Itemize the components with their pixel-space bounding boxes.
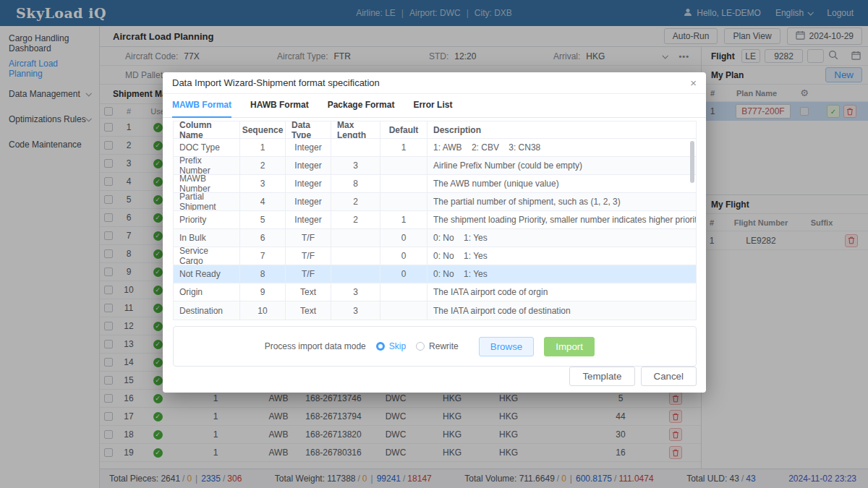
tab-error-list[interactable]: Error List [413,100,452,118]
spec-row[interactable]: Prefix Number2Integer3Airline Prefix Num… [174,157,696,175]
spec-cell: 9 [240,283,286,301]
close-icon[interactable]: × [690,77,697,88]
spec-cell: Integer [286,211,331,228]
spec-row[interactable]: In Bulk6T/F00: No 1: Yes [174,229,696,247]
modal-title: Data Import Wizard-Shipment format speci… [172,77,380,88]
spec-cell: 3 [331,301,380,320]
spec-cell [380,193,427,210]
spec-cell: Origin [174,283,240,301]
spec-cell: 8 [331,175,380,192]
spec-cell: Integer [286,139,331,156]
spec-header-cell: Max Length [331,121,380,138]
tab-mawb-format[interactable]: MAWB Format [172,100,231,118]
spec-cell [380,301,427,320]
spec-cell: Integer [286,157,331,174]
import-mode-label: Process import data mode [265,341,366,351]
spec-cell: 5 [240,211,286,228]
spec-cell: 3 [331,283,380,301]
spec-cell: DOC Type [174,139,240,156]
app-root: SkyLoad iQ Airline: LE|Airport: DWC|City… [0,0,868,488]
tab-hawb-format[interactable]: HAWB Format [250,100,309,118]
cancel-button[interactable]: Cancel [641,367,697,386]
spec-cell: 0: No 1: Yes [427,265,696,283]
spec-cell: Destination [174,301,240,320]
spec-cell: 0 [380,247,427,265]
spec-cell: The IATA airport code of orgin [427,283,696,301]
spec-cell [331,265,380,283]
format-spec-table: Column NameSequenceData TypeMax LengthDe… [173,121,697,320]
spec-cell: 2 [240,157,286,174]
spec-row[interactable]: Not Ready8T/F00: No 1: Yes [174,265,696,283]
spec-row[interactable]: Destination10Text3The IATA airport code … [174,301,696,320]
spec-cell: 6 [240,229,286,247]
spec-cell: 2 [331,211,380,228]
radio-rewrite[interactable] [416,342,425,351]
table-scrollbar[interactable] [690,141,694,183]
browse-button[interactable]: Browse [479,337,534,356]
data-import-wizard-modal: Data Import Wizard-Shipment format speci… [163,72,706,393]
spec-table-header: Column NameSequenceData TypeMax LengthDe… [174,121,696,139]
spec-cell: The IATA airport code of destination [427,301,696,320]
spec-row[interactable]: Partial Shipment4Integer2The partial num… [174,193,696,211]
spec-cell: Integer [286,175,331,192]
spec-cell [380,157,427,174]
spec-cell: 4 [240,193,286,210]
spec-cell: 1 [240,139,286,156]
spec-cell [331,139,380,156]
spec-header-cell: Description [427,121,696,138]
spec-cell: Prefix Number [174,157,240,174]
spec-cell: 7 [240,247,286,265]
spec-cell: 1 [380,139,427,156]
spec-cell: 0 [380,265,427,283]
spec-cell: Text [286,301,331,320]
spec-cell [331,229,380,247]
spec-cell: The partial number of shipment, such as … [427,193,696,210]
spec-cell: 3 [331,157,380,174]
spec-header-cell: Sequence [240,121,286,138]
spec-cell: Priority [174,211,240,228]
spec-cell [331,247,380,265]
spec-cell: 2 [331,193,380,210]
spec-row[interactable]: Origin9Text3The IATA airport code of org… [174,283,696,301]
spec-cell: 10 [240,301,286,320]
spec-cell: Integer [286,193,331,210]
spec-cell [380,175,427,192]
spec-header-cell: Data Type [286,121,331,138]
spec-cell: Not Ready [174,265,240,283]
spec-row[interactable]: MAWB Number3Integer8The AWB number (uniq… [174,175,696,193]
spec-header-cell: Column Name [174,121,240,138]
spec-cell: The AWB number (unique value) [427,175,696,192]
spec-cell: 3 [240,175,286,192]
spec-cell [380,283,427,301]
spec-cell: T/F [286,265,331,283]
import-options-box: Process import data mode Skip Rewrite Br… [173,326,697,367]
spec-cell: 0: No 1: Yes [427,229,696,247]
spec-cell: 1 [380,211,427,228]
spec-cell: In Bulk [174,229,240,247]
spec-cell: MAWB Number [174,175,240,192]
tab-package-format[interactable]: Package Format [328,100,395,118]
spec-header-cell: Default [380,121,427,138]
spec-cell: Airline Prefix Number (could be empty) [427,157,696,174]
spec-row[interactable]: Service Cargo7T/F00: No 1: Yes [174,247,696,265]
spec-cell: Partial Shipment [174,193,240,210]
spec-cell: T/F [286,229,331,247]
spec-row[interactable]: DOC Type1Integer11: AWB 2: CBV 3: CN38 [174,139,696,157]
spec-cell: T/F [286,247,331,265]
spec-cell: 0 [380,229,427,247]
spec-cell: The shipment loading Priority, smaller n… [427,211,696,228]
spec-cell: Service Cargo [174,247,240,265]
spec-cell: 8 [240,265,286,283]
format-tabs: MAWB FormatHAWB FormatPackage FormatErro… [163,94,706,118]
spec-row[interactable]: Priority5Integer21The shipment loading P… [174,211,696,229]
spec-cell: 0: No 1: Yes [427,247,696,265]
radio-skip[interactable] [376,342,385,351]
template-button[interactable]: Template [569,367,634,386]
spec-cell: 1: AWB 2: CBV 3: CN38 [427,139,696,156]
spec-cell: Text [286,283,331,301]
import-button[interactable]: Import [544,337,595,356]
